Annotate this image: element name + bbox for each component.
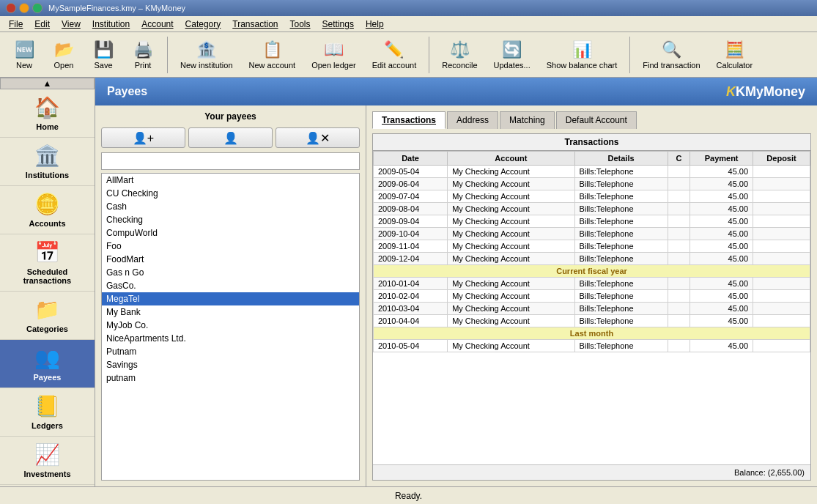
cell-c [668,203,690,215]
transactions-table-wrap[interactable]: DateAccountDetailsCPaymentDeposit 2009-0… [373,151,810,464]
rename-payee-button[interactable]: 👤 [188,127,273,148]
toolbar-btn-find-transaction[interactable]: 🔍Find transaction [636,37,706,73]
add-payee-button[interactable]: 👤+ [101,127,185,148]
payee-item[interactable]: CU Checking [102,187,359,200]
payee-item[interactable]: Savings [102,358,359,371]
sidebar-item-reports[interactable]: 🥧Reports [0,485,95,486]
toolbar-btn-reconcile[interactable]: ⚖️Reconcile [435,37,484,73]
payee-item[interactable]: Cash [102,200,359,213]
table-row[interactable]: 2009-05-04My Checking AccountBills:Telep… [374,166,810,178]
toolbar-btn-calculator[interactable]: 🧮Calculator [710,37,760,73]
cell-deposit [753,228,810,240]
menu-item-tools[interactable]: Tools [284,18,317,31]
toolbar-btn-open-ledger[interactable]: 📖Open ledger [305,37,363,73]
maximize-button[interactable] [32,3,42,13]
cell-account: My Checking Account [448,278,574,290]
tab-default-account[interactable]: Default Account [556,111,637,129]
toolbar-label-show-balance-chart: Show balance chart [547,61,618,70]
payee-item[interactable]: Gas n Go [102,266,359,279]
cell-account: My Checking Account [448,240,574,253]
payees-search-input[interactable] [101,152,360,170]
table-row[interactable]: 2009-10-04My Checking AccountBills:Telep… [374,228,810,240]
cell-payment: 45.00 [690,215,753,228]
payee-item[interactable]: MyJob Co. [102,319,359,332]
delete-person-icon: 👤✕ [306,131,330,145]
menu-item-settings[interactable]: Settings [317,18,360,31]
sidebar-item-institutions[interactable]: 🏛️Institutions [0,138,95,186]
table-row[interactable]: 2010-02-04My Checking AccountBills:Telep… [374,290,810,303]
toolbar-btn-update[interactable]: 🔄Updates... [487,37,537,73]
window-controls[interactable] [6,3,42,13]
table-row[interactable]: 2009-07-04My Checking AccountBills:Telep… [374,190,810,203]
payee-item[interactable]: NiceApartments Ltd. [102,332,359,345]
table-row[interactable]: 2009-11-04My Checking AccountBills:Telep… [374,240,810,253]
show-balance-chart-icon: 📊 [572,40,592,59]
payee-item[interactable]: putnam [102,371,359,385]
cell-details: Bills:Telephone [574,166,668,178]
sidebar-item-investments[interactable]: 📈Investments [0,437,95,485]
table-row[interactable]: 2010-05-04My Checking AccountBills:Telep… [374,340,810,352]
menu-item-help[interactable]: Help [360,18,390,31]
toolbar-btn-print[interactable]: 🖨️Print [125,37,161,73]
menu-item-institution[interactable]: Institution [86,18,136,31]
sidebar-item-payees[interactable]: 👥Payees [0,340,95,388]
toolbar-btn-show-balance-chart[interactable]: 📊Show balance chart [540,37,624,73]
col-header-account: Account [448,152,574,166]
status-bar: Ready. [0,486,817,504]
cell-details: Bills:Telephone [574,228,668,240]
payee-item[interactable]: Putnam [102,345,359,358]
toolbar-btn-new-account[interactable]: 📋New account [243,37,303,73]
minimize-button[interactable] [19,3,29,13]
menu-item-file[interactable]: File [3,18,29,31]
table-row[interactable]: 2010-04-04My Checking AccountBills:Telep… [374,315,810,327]
cell-deposit [753,203,810,215]
toolbar-btn-open[interactable]: 📂Open [45,37,82,73]
sidebar-label-accounts: Accounts [29,219,65,228]
menu-item-edit[interactable]: Edit [29,18,56,31]
cell-deposit [753,190,810,203]
table-row[interactable]: 2009-09-04My Checking AccountBills:Telep… [374,215,810,228]
sidebar-item-accounts[interactable]: 🪙Accounts [0,186,95,234]
menu-item-category[interactable]: Category [180,18,227,31]
menu-item-view[interactable]: View [56,18,86,31]
payee-item[interactable]: AllMart [102,174,359,187]
cell-account: My Checking Account [448,215,574,228]
right-panel: TransactionsAddressMatchingDefault Accou… [366,105,817,486]
sidebar-item-categories[interactable]: 📁Categories [0,292,95,340]
table-row[interactable]: 2009-08-04My Checking AccountBills:Telep… [374,203,810,215]
payee-item[interactable]: Checking [102,213,359,226]
tab-transactions[interactable]: Transactions [372,111,446,129]
payee-item[interactable]: FoodMart [102,253,359,266]
toolbar-btn-new-institution[interactable]: 🏦New institution [174,37,240,73]
table-row[interactable]: 2010-03-04My Checking AccountBills:Telep… [374,303,810,315]
transactions-table: DateAccountDetailsCPaymentDeposit 2009-0… [373,151,810,352]
toolbar-btn-new[interactable]: 🆕New [6,37,42,73]
toolbar-btn-save[interactable]: 💾Save [85,37,122,73]
cell-details: Bills:Telephone [574,203,668,215]
cell-date: 2009-11-04 [374,240,448,253]
payee-item[interactable]: Foo [102,240,359,253]
tab-address[interactable]: Address [447,111,498,129]
cell-details: Bills:Telephone [574,253,668,265]
table-row[interactable]: 2009-12-04My Checking AccountBills:Telep… [374,253,810,265]
tab-matching[interactable]: Matching [500,111,555,129]
sidebar-item-ledgers[interactable]: 📒Ledgers [0,388,95,437]
close-button[interactable] [6,3,16,13]
toolbar-label-open: Open [54,61,74,70]
logo-text: KMyMoney [736,84,805,99]
payee-item[interactable]: MegaTel [102,292,359,305]
menu-item-transaction[interactable]: Transaction [226,18,284,31]
table-row[interactable]: 2009-06-04My Checking AccountBills:Telep… [374,178,810,190]
delete-payee-button[interactable]: 👤✕ [276,127,360,148]
toolbar-btn-edit-account[interactable]: ✏️Edit account [366,37,424,73]
cell-c [668,340,690,352]
sidebar-item-home[interactable]: 🏠Home [0,89,95,138]
table-row[interactable]: 2010-01-04My Checking AccountBills:Telep… [374,278,810,290]
payee-item[interactable]: CompuWorld [102,226,359,240]
toolbar-separator-4 [167,37,168,73]
menu-item-account[interactable]: Account [136,18,179,31]
sidebar-item-scheduled-transactions[interactable]: 📅Scheduled transactions [0,234,95,292]
payee-item[interactable]: GasCo. [102,279,359,292]
sidebar-scroll-up[interactable]: ▲ [0,78,95,89]
payee-item[interactable]: My Bank [102,305,359,319]
